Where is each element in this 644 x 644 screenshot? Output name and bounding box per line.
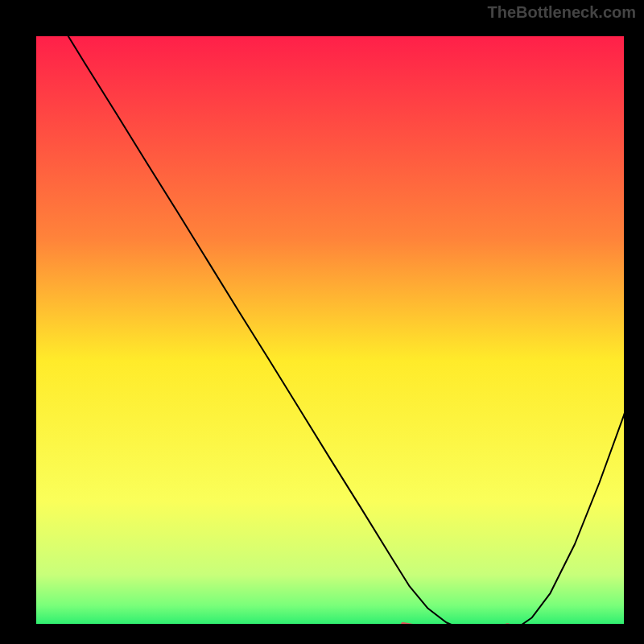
- plot-background: [24, 24, 636, 636]
- bottleneck-chart: [0, 0, 644, 644]
- watermark-label: TheBottleneck.com: [488, 3, 636, 22]
- chart-container: TheBottleneck.com: [0, 0, 644, 644]
